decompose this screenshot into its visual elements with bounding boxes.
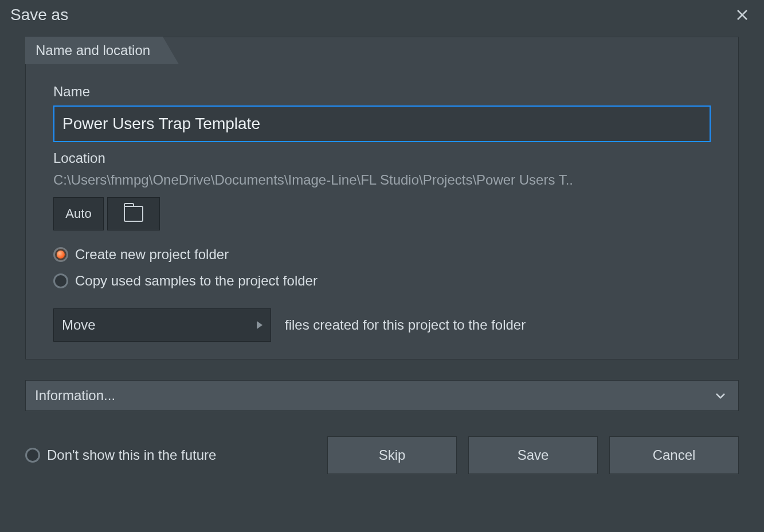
chevron-right-icon [257, 321, 262, 329]
information-section-header[interactable]: Information... [25, 380, 739, 411]
close-icon [736, 9, 749, 21]
dont-show-option[interactable]: Don't show this in the future [25, 447, 216, 463]
name-label: Name [53, 84, 711, 100]
dialog-footer: Don't show this in the future Skip Save … [25, 436, 739, 474]
panel-body: Name Location C:\Users\fnmpg\OneDrive\Do… [26, 64, 738, 342]
save-button[interactable]: Save [468, 436, 598, 474]
create-project-folder-label: Create new project folder [75, 247, 229, 263]
panel-tab: Name and location [25, 37, 163, 64]
radio-icon [25, 448, 40, 463]
dont-show-label: Don't show this in the future [47, 447, 216, 463]
create-project-folder-option[interactable]: Create new project folder [53, 247, 711, 263]
auto-button[interactable]: Auto [53, 197, 104, 230]
name-input[interactable] [53, 105, 711, 142]
cancel-button[interactable]: Cancel [609, 436, 739, 474]
close-button[interactable] [731, 3, 754, 26]
information-label: Information... [35, 388, 115, 404]
chevron-down-icon [714, 389, 727, 402]
location-path: C:\Users\fnmpg\OneDrive\Documents\Image-… [53, 172, 711, 188]
titlebar: Save as [0, 0, 764, 29]
move-files-row: Move files created for this project to t… [53, 308, 711, 342]
copy-samples-label: Copy used samples to the project folder [75, 273, 318, 289]
name-location-panel: Name and location Name Location C:\Users… [25, 37, 739, 359]
move-mode-value: Move [62, 317, 96, 333]
location-label: Location [53, 150, 711, 166]
dialog-title: Save as [10, 6, 68, 24]
browse-folder-button[interactable] [107, 197, 160, 230]
radio-icon [53, 273, 68, 288]
footer-buttons: Skip Save Cancel [327, 436, 739, 474]
location-buttons: Auto [53, 197, 711, 230]
radio-icon [53, 247, 68, 262]
skip-button[interactable]: Skip [327, 436, 457, 474]
move-files-label: files created for this project to the fo… [285, 317, 526, 333]
copy-samples-option[interactable]: Copy used samples to the project folder [53, 273, 711, 289]
move-mode-dropdown[interactable]: Move [53, 308, 271, 342]
folder-icon [124, 206, 143, 222]
